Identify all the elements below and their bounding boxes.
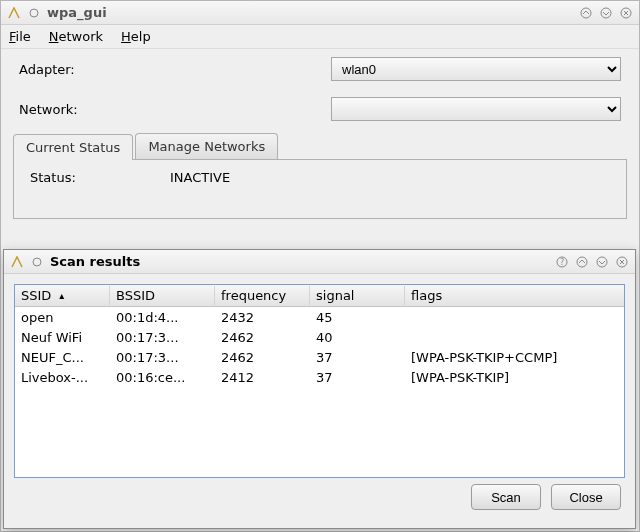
scan-help-icon[interactable]: ? xyxy=(555,255,569,269)
main-window-title: wpa_gui xyxy=(47,5,573,20)
tab-manage-networks[interactable]: Manage Networks xyxy=(135,133,278,159)
scan-list: SSID ▴ BSSID frequency signal flags open… xyxy=(14,284,625,478)
tabs: Current Status Manage Networks Status: I… xyxy=(13,133,627,219)
window-dot-icon xyxy=(27,6,41,20)
scan-body: SSID ▴ BSSID frequency signal flags open… xyxy=(4,274,635,520)
tab-current-status[interactable]: Current Status xyxy=(13,134,133,160)
menu-network[interactable]: Network xyxy=(49,29,103,44)
table-row[interactable]: NEUF_C... 00:17:3... 2462 37 [WPA-PSK-TK… xyxy=(15,347,624,367)
svg-point-4 xyxy=(33,258,41,266)
status-line: Status: INACTIVE xyxy=(30,170,610,185)
close-icon[interactable] xyxy=(619,6,633,20)
network-select[interactable] xyxy=(331,97,621,121)
scan-window-title: Scan results xyxy=(50,254,549,269)
header-flags[interactable]: flags xyxy=(405,286,624,305)
minimize-icon[interactable] xyxy=(579,6,593,20)
scan-close-icon[interactable] xyxy=(615,255,629,269)
scan-list-header: SSID ▴ BSSID frequency signal flags xyxy=(15,285,624,307)
scan-list-rows: open 00:1d:4... 2432 45 Neuf WiFi 00:17:… xyxy=(15,307,624,387)
status-label: Status: xyxy=(30,170,160,185)
network-row: Network: xyxy=(1,89,639,129)
adapter-label: Adapter: xyxy=(19,62,319,77)
menubar: File Network Help xyxy=(1,25,639,49)
main-titlebar: wpa_gui xyxy=(1,1,639,25)
svg-point-7 xyxy=(577,257,587,267)
scan-dot-icon xyxy=(30,255,44,269)
svg-text:?: ? xyxy=(560,258,564,267)
header-frequency[interactable]: frequency xyxy=(215,286,310,305)
network-label: Network: xyxy=(19,102,319,117)
scan-titlebar: Scan results ? xyxy=(4,250,635,274)
dialog-buttons: Scan Close xyxy=(14,478,625,510)
tabstrip: Current Status Manage Networks xyxy=(13,133,627,159)
svg-point-0 xyxy=(30,9,38,17)
svg-point-1 xyxy=(581,8,591,18)
header-signal[interactable]: signal xyxy=(310,286,405,305)
main-window: wpa_gui File Network Help Adapter: wlan0… xyxy=(0,0,640,532)
header-bssid[interactable]: BSSID xyxy=(110,286,215,305)
table-row[interactable]: Livebox-... 00:16:ce... 2412 37 [WPA-PSK… xyxy=(15,367,624,387)
scan-minimize-icon[interactable] xyxy=(575,255,589,269)
window-app-icon xyxy=(7,6,21,20)
table-row[interactable]: open 00:1d:4... 2432 45 xyxy=(15,307,624,327)
maximize-icon[interactable] xyxy=(599,6,613,20)
scan-results-window: Scan results ? SSID ▴ BSSI xyxy=(3,249,636,529)
menu-help[interactable]: Help xyxy=(121,29,151,44)
status-value: INACTIVE xyxy=(170,170,230,185)
scan-app-icon xyxy=(10,255,24,269)
menu-file[interactable]: File xyxy=(9,29,31,44)
adapter-row: Adapter: wlan0 xyxy=(1,49,639,89)
scan-maximize-icon[interactable] xyxy=(595,255,609,269)
svg-point-2 xyxy=(601,8,611,18)
header-ssid[interactable]: SSID ▴ xyxy=(15,286,110,305)
scan-button[interactable]: Scan xyxy=(471,484,541,510)
table-row[interactable]: Neuf WiFi 00:17:3... 2462 40 xyxy=(15,327,624,347)
close-button[interactable]: Close xyxy=(551,484,621,510)
svg-point-8 xyxy=(597,257,607,267)
sort-asc-icon: ▴ xyxy=(59,290,64,301)
adapter-select[interactable]: wlan0 xyxy=(331,57,621,81)
tab-body: Status: INACTIVE xyxy=(13,159,627,219)
